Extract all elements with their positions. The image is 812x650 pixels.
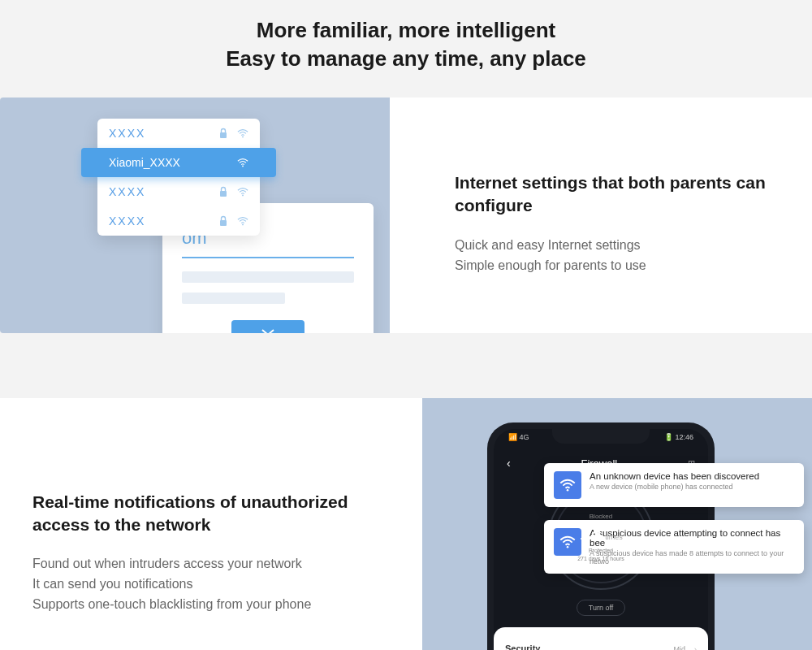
settings-row[interactable]: Security Block blacklist, notice suspici… bbox=[505, 637, 697, 650]
wifi-icon bbox=[237, 128, 248, 139]
svg-rect-3 bbox=[220, 191, 227, 197]
wifi-item-selected[interactable]: Xiaomi_XXXX bbox=[81, 148, 276, 177]
section1-text: Internet settings that both parents can … bbox=[390, 98, 812, 333]
svg-point-6 bbox=[242, 224, 244, 226]
svg-rect-0 bbox=[220, 132, 227, 138]
wifi-icon bbox=[237, 215, 248, 227]
wifi-name: XXXX bbox=[109, 214, 218, 228]
wifi-list-panel: XXXX Xiaomi_XXXX XXXX XXXX bbox=[97, 119, 260, 236]
wifi-name: Xiaomi_XXXX bbox=[109, 156, 237, 169]
phone-illustration: 📶 4G 🔋 12:46 ‹ Firewall ⊞ Blocked 14time… bbox=[422, 398, 812, 650]
svg-point-2 bbox=[242, 166, 244, 167]
svg-rect-5 bbox=[220, 220, 227, 226]
gauge-sub2: 271 days 16 hours bbox=[577, 556, 624, 561]
settings-title: Security bbox=[505, 644, 697, 650]
notification-card: An unknown device has been discovered A … bbox=[544, 463, 804, 507]
hero-line1: More familiar, more intelligent bbox=[257, 18, 555, 42]
wifi-icon bbox=[554, 528, 581, 556]
chevron-right-icon: › bbox=[694, 645, 697, 650]
signal-label: 📶 4G bbox=[508, 433, 529, 441]
lock-icon bbox=[218, 128, 229, 139]
section1-line1: Quick and easy Internet settings bbox=[455, 236, 780, 256]
wifi-name: XXXX bbox=[109, 185, 218, 198]
section2-text: Real-time notifications of unauthorized … bbox=[0, 398, 422, 650]
section2-line2: It can send you notifications bbox=[32, 574, 374, 595]
wifi-item[interactable]: XXXX bbox=[97, 177, 260, 206]
hero-line2: Easy to manage any time, any place bbox=[226, 46, 586, 71]
section-internet-settings: om XXXX Xiaomi_XXXX XXXX XX bbox=[0, 98, 812, 333]
wifi-icon bbox=[237, 157, 248, 168]
wifi-icon bbox=[237, 186, 248, 197]
lock-icon bbox=[218, 215, 229, 227]
notif-title: An unknown device has been discovered bbox=[590, 471, 759, 481]
section1-line2: Simple enough for parents to use bbox=[455, 256, 780, 276]
gauge-label: Blocked bbox=[590, 513, 612, 520]
svg-point-7 bbox=[567, 489, 569, 492]
wifi-item[interactable]: XXXX bbox=[97, 206, 260, 236]
placeholder-line bbox=[182, 292, 285, 304]
settings-list: Security Block blacklist, notice suspici… bbox=[494, 627, 708, 650]
lock-icon bbox=[218, 186, 229, 197]
phone-notch bbox=[552, 429, 650, 444]
turnoff-button[interactable]: Turn off bbox=[577, 600, 626, 616]
hero-heading: More familiar, more intelligent Easy to … bbox=[0, 0, 812, 98]
svg-point-4 bbox=[242, 195, 244, 197]
placeholder-line bbox=[182, 271, 354, 283]
svg-point-1 bbox=[242, 136, 244, 138]
section2-heading: Real-time notifications of unauthorized … bbox=[32, 491, 374, 537]
section1-heading: Internet settings that both parents can … bbox=[455, 171, 780, 218]
section2-line3: Supports one-touch blacklisting from you… bbox=[32, 595, 374, 615]
section2-line1: Found out when intruders access your net… bbox=[32, 554, 374, 574]
section-notifications: Real-time notifications of unauthorized … bbox=[0, 398, 812, 650]
gauge-sub1: Protected bbox=[589, 548, 613, 553]
confirm-button[interactable] bbox=[231, 320, 304, 333]
back-icon[interactable]: ‹ bbox=[507, 457, 511, 470]
wifi-illustration: om XXXX Xiaomi_XXXX XXXX XX bbox=[0, 98, 390, 333]
settings-value: Mid bbox=[673, 645, 685, 650]
svg-point-8 bbox=[567, 546, 569, 548]
wifi-item[interactable]: XXXX bbox=[97, 119, 260, 148]
wifi-name: XXXX bbox=[109, 127, 218, 140]
wifi-icon bbox=[554, 471, 581, 499]
gauge-number: 14times bbox=[579, 520, 622, 545]
time-label: 🔋 12:46 bbox=[664, 433, 693, 441]
notif-desc: A new device (mobile phone) has connecte… bbox=[590, 483, 759, 491]
